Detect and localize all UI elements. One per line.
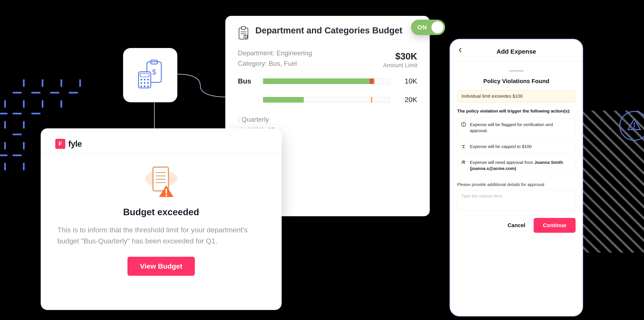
- toggle-label: ON: [417, 24, 427, 31]
- budget-bar-track: [263, 97, 390, 103]
- svg-point-2: [634, 128, 635, 129]
- svg-point-13: [147, 82, 149, 84]
- svg-point-37: [462, 161, 464, 162]
- budget-on-toggle[interactable]: ON: [411, 20, 445, 35]
- divider: [41, 153, 282, 154]
- sheet-title: Policy Violations Found: [457, 78, 576, 85]
- budget-card-title: Department and Categories Budget: [255, 25, 402, 36]
- policy-action-text: Expense will be capped to $100: [470, 144, 532, 149]
- brand-logo-mark: F: [55, 139, 65, 149]
- budget-bar-value: 10K: [390, 77, 417, 85]
- policy-violation-sheet: Policy Violations Found Individual limit…: [457, 70, 576, 309]
- svg-point-30: [165, 195, 167, 196]
- violation-banner: Individual limit exceedes $100: [457, 90, 576, 103]
- alert-circle-icon: [618, 110, 644, 142]
- sheet-grip[interactable]: [509, 70, 524, 72]
- budget-department-line: Department: Engineering: [238, 48, 312, 59]
- budget-bar-value: 20K: [390, 96, 417, 104]
- brand-logo-text: fyle: [68, 139, 82, 149]
- budget-icon-card: $: [123, 48, 177, 102]
- svg-point-38: [464, 161, 465, 162]
- notification-title: Budget exceeded: [123, 207, 199, 217]
- reason-textarea[interactable]: Type the reason here: [457, 190, 576, 211]
- svg-point-15: [144, 85, 146, 87]
- connector-line: [175, 73, 230, 98]
- budget-bar-label: Bus: [238, 77, 263, 85]
- approver-icon: [461, 160, 466, 165]
- svg-point-12: [144, 82, 146, 84]
- budget-bar-track: [263, 78, 390, 84]
- phone-screen-title: Add Expense: [496, 48, 536, 55]
- alert-info-icon: [461, 122, 466, 127]
- budget-bar-row: Bus 10K: [238, 77, 417, 85]
- svg-point-9: [144, 79, 146, 80]
- chevron-left-icon: [458, 47, 463, 53]
- budget-bar-row: Fuel 20K: [238, 96, 417, 104]
- back-button[interactable]: [458, 47, 463, 54]
- notification-body: This is to inform that the threshold lim…: [55, 224, 267, 246]
- svg-point-11: [140, 82, 142, 84]
- reason-prompt: Please provide additional details for ap…: [457, 182, 576, 187]
- budget-exceeded-card: F fyle Budget exceeded This is to inform…: [41, 128, 282, 310]
- svg-point-16: [147, 85, 149, 87]
- svg-point-33: [463, 125, 464, 126]
- phone-mockup: Add Expense Policy Violations Found Indi…: [450, 39, 583, 316]
- clipboard-dollar-icon: $: [238, 26, 249, 40]
- cap-limit-icon: [461, 144, 466, 149]
- cancel-button[interactable]: Cancel: [508, 222, 525, 229]
- svg-text:$: $: [245, 35, 246, 38]
- svg-point-10: [147, 79, 149, 80]
- budget-amount-label: Amount Limit: [383, 62, 417, 69]
- view-budget-button[interactable]: View Budget: [128, 257, 195, 276]
- budget-amount: $30K: [383, 51, 417, 62]
- budget-category-line: Category: Bus, Fuel: [238, 59, 312, 69]
- policy-action-text: Expense will need approval from Joanna S…: [470, 159, 572, 171]
- policy-action-text: Expense will be flagged for verification…: [470, 122, 572, 134]
- policy-action-item: Expense will need approval from Joanna S…: [457, 156, 576, 175]
- sheet-subtitle: The policy violation will trigger the fo…: [457, 108, 576, 114]
- continue-button[interactable]: Continue: [534, 218, 576, 233]
- document-alert-icon: [144, 164, 178, 201]
- divider: [450, 61, 582, 61]
- budget-interval-line: : Quarterly: [238, 114, 417, 125]
- svg-point-14: [140, 85, 142, 87]
- brand-logo: F fyle: [55, 139, 267, 149]
- svg-rect-18: [242, 27, 246, 29]
- svg-point-0: [620, 112, 644, 140]
- svg-text:$: $: [152, 68, 156, 76]
- policy-action-item: Expense will be flagged for verification…: [457, 118, 576, 137]
- svg-point-8: [140, 79, 142, 80]
- policy-action-item: Expense will be capped to $100: [457, 140, 576, 153]
- toggle-knob: [432, 21, 444, 33]
- calculator-clipboard-icon: $: [134, 59, 167, 92]
